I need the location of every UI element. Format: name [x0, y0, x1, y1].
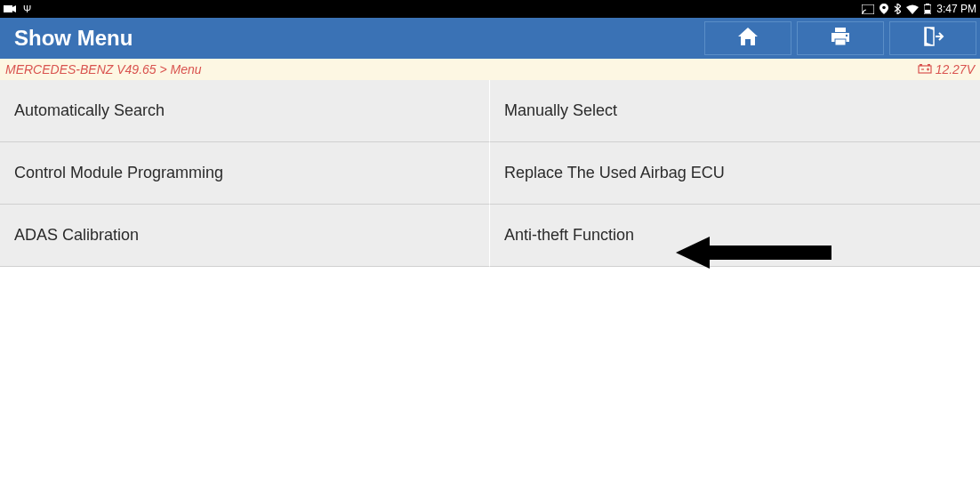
status-right: 3:47 PM [862, 3, 976, 15]
menu-item-label: ADAS Calibration [14, 226, 139, 245]
camera-icon [4, 4, 16, 13]
print-button[interactable] [797, 21, 884, 55]
menu-item-label: Control Module Programming [14, 164, 223, 182]
voltage-value: 12.27V [936, 62, 975, 76]
battery-car-icon [918, 62, 932, 76]
menu-grid: Automatically Search Manually Select Con… [0, 80, 980, 267]
menu-item-manual-select[interactable]: Manually Select [490, 80, 980, 142]
battery-icon [924, 4, 931, 14]
svg-rect-7 [925, 10, 930, 13]
location-icon [880, 4, 888, 14]
cast-icon [862, 4, 874, 14]
svg-rect-0 [4, 5, 12, 12]
header-buttons [704, 21, 980, 55]
svg-rect-17 [928, 64, 930, 66]
breadcrumb: MERCEDES-BENZ V49.65 > Menu [5, 62, 202, 76]
menu-item-label: Manually Select [504, 101, 617, 120]
status-time: 3:47 PM [936, 3, 976, 15]
status-left: Ψ [4, 4, 34, 14]
home-button[interactable] [704, 21, 791, 55]
menu-item-label: Anti-theft Function [504, 226, 634, 245]
exit-button[interactable] [889, 21, 976, 55]
svg-marker-1 [12, 5, 16, 12]
page-title: Show Menu [14, 26, 133, 51]
svg-rect-8 [835, 28, 846, 32]
svg-rect-16 [920, 64, 922, 66]
svg-marker-13 [927, 28, 934, 45]
wifi-icon [906, 4, 919, 14]
print-icon [829, 26, 852, 51]
exit-icon [921, 26, 944, 51]
status-bar: Ψ 3:47 PM [0, 0, 980, 18]
menu-item-auto-search[interactable]: Automatically Search [0, 80, 490, 142]
menu-item-anti-theft[interactable]: Anti-theft Function [490, 205, 980, 267]
svg-point-11 [846, 35, 847, 36]
psi-icon: Ψ [23, 4, 34, 14]
menu-item-label: Replace The Used Airbag ECU [504, 164, 725, 182]
menu-item-control-module[interactable]: Control Module Programming [0, 142, 490, 205]
menu-item-label: Automatically Search [14, 101, 165, 120]
bluetooth-icon [894, 4, 901, 14]
svg-text:Ψ: Ψ [23, 4, 31, 14]
app-header: Show Menu [0, 18, 980, 59]
svg-point-4 [882, 6, 886, 10]
svg-rect-10 [835, 39, 846, 45]
voltage-indicator: 12.27V [918, 62, 975, 76]
breadcrumb-bar: MERCEDES-BENZ V49.65 > Menu 12.27V [0, 59, 980, 80]
svg-rect-3 [862, 4, 874, 14]
home-icon [736, 26, 759, 51]
menu-item-replace-airbag[interactable]: Replace The Used Airbag ECU [490, 142, 980, 205]
menu-item-adas[interactable]: ADAS Calibration [0, 205, 490, 267]
